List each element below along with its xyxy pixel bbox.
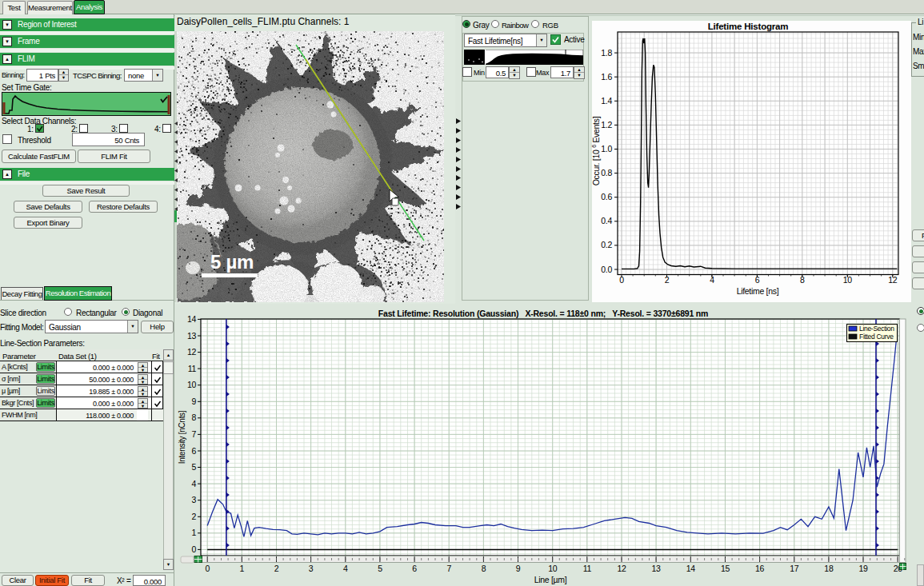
svg-text:Fast Lifetime: Resolution (Gau: Fast Lifetime: Resolution (Gaussian) X-R…	[378, 309, 708, 318]
svg-text:2: 2	[274, 564, 279, 573]
svg-text:Line-Section: Line-Section	[859, 325, 894, 333]
svg-text:0: 0	[205, 564, 210, 573]
svg-text:9: 9	[191, 397, 196, 406]
svg-text:12: 12	[888, 275, 898, 285]
svg-text:14: 14	[187, 314, 197, 324]
svg-text:12: 12	[617, 564, 626, 573]
svg-text:1: 1	[240, 564, 245, 573]
svg-text:4: 4	[191, 479, 196, 488]
svg-text:10: 10	[843, 275, 853, 285]
svg-text:2: 2	[665, 275, 670, 285]
svg-text:5: 5	[191, 462, 196, 472]
svg-text:Fitted Curve: Fitted Curve	[859, 333, 894, 341]
svg-text:5: 5	[378, 564, 382, 573]
svg-text:10: 10	[187, 380, 197, 389]
svg-text:3: 3	[191, 495, 196, 504]
svg-text:1.8: 1.8	[601, 48, 612, 58]
svg-text:1: 1	[191, 528, 196, 537]
svg-text:17: 17	[790, 564, 799, 573]
svg-text:0.8: 0.8	[601, 168, 612, 177]
svg-text:10: 10	[548, 564, 558, 573]
svg-text:4: 4	[710, 275, 714, 285]
svg-text:11: 11	[583, 564, 592, 573]
svg-text:3: 3	[309, 564, 314, 573]
svg-text:Occur. [10 6 Events]: Occur. [10 6 Events]	[591, 116, 601, 185]
svg-text:Line [µm]: Line [µm]	[534, 575, 567, 584]
svg-text:2: 2	[191, 512, 196, 521]
svg-text:Lifetime [ns]: Lifetime [ns]	[737, 286, 779, 296]
svg-text:7: 7	[191, 429, 196, 439]
svg-text:4: 4	[343, 564, 348, 573]
svg-text:12: 12	[187, 347, 197, 357]
svg-text:8: 8	[800, 275, 805, 285]
svg-text:1.4: 1.4	[601, 96, 612, 106]
svg-text:18: 18	[824, 564, 834, 573]
svg-text:0.0: 0.0	[601, 265, 612, 274]
svg-text:6: 6	[412, 564, 417, 573]
svg-text:14: 14	[686, 564, 696, 573]
svg-text:Lifetime Histogram: Lifetime Histogram	[708, 22, 789, 31]
svg-text:11: 11	[188, 364, 197, 373]
svg-text:8: 8	[191, 413, 196, 422]
svg-text:6: 6	[755, 275, 760, 285]
svg-text:0.2: 0.2	[601, 240, 612, 249]
svg-text:6: 6	[191, 446, 196, 456]
svg-text:9: 9	[516, 564, 521, 573]
svg-text:16: 16	[755, 564, 765, 573]
svg-text:0: 0	[619, 275, 624, 285]
svg-text:0.6: 0.6	[601, 192, 612, 201]
svg-text:8: 8	[482, 564, 486, 573]
svg-text:0: 0	[191, 544, 196, 554]
svg-text:0.4: 0.4	[601, 216, 612, 225]
svg-text:1.0: 1.0	[601, 144, 612, 153]
svg-text:Intensity [nCnts]: Intensity [nCnts]	[178, 410, 186, 464]
svg-text:13: 13	[187, 331, 197, 341]
svg-text:1.2: 1.2	[601, 120, 612, 130]
svg-text:13: 13	[652, 564, 662, 573]
svg-text:19: 19	[858, 564, 868, 573]
svg-text:15: 15	[721, 564, 730, 573]
svg-text:7: 7	[446, 564, 451, 573]
svg-text:1.6: 1.6	[601, 72, 612, 82]
